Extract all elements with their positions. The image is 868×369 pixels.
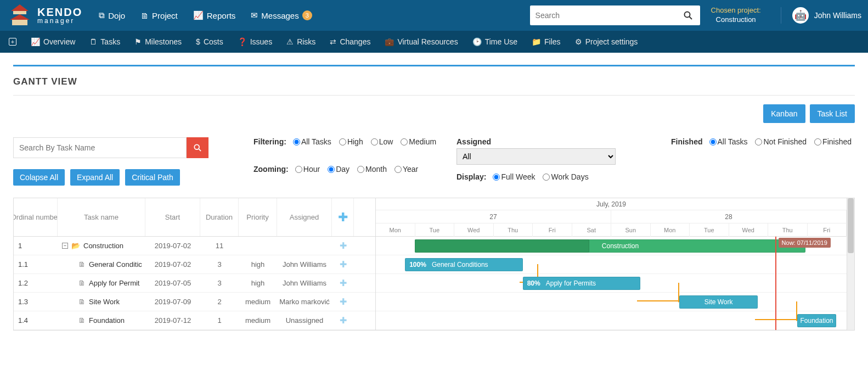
scroll-thumb[interactable] [848,198,854,253]
top-navbar: KENDO manager ⧉Dojo 🗎Project 📈Reports ✉M… [0,0,868,31]
svg-point-6 [194,144,199,149]
chart-icon: 📈 [193,10,204,20]
add-task-icon[interactable]: ✚ [332,274,354,292]
tasklist-button[interactable]: Task List [810,104,855,123]
svg-rect-1 [13,11,26,14]
display-full[interactable]: Full Week [493,172,535,181]
add-column-button[interactable]: ✚ [332,198,354,236]
table-row[interactable]: 1.3 🗎Site Work 2019-07-09 2 medium Marko… [14,293,375,311]
subnav-timeuse[interactable]: 🕑Time Use [472,37,517,46]
chosen-project[interactable]: Chosen project: Construction [711,6,761,25]
filter-all[interactable]: All Tasks [293,137,331,146]
task-search-button[interactable] [187,137,208,158]
table-row[interactable]: 1.1 🗎General Conditic 2019-07-02 3 high … [14,255,375,274]
gantt-bar[interactable]: 80%Apply for Permits [523,277,641,290]
subnav-costs[interactable]: $Costs [196,37,223,46]
add-task-icon[interactable]: ✚ [332,311,354,329]
subnav-changes[interactable]: ⇄Changes [330,37,370,46]
gantt-bar[interactable]: Site Work [679,295,757,309]
finished-all[interactable]: All Tasks [709,137,748,146]
assigned-filter: Assigned All [456,137,621,165]
table-row[interactable]: 1 − 📂 Construction 2019-07-02 11 ✚ [14,237,375,255]
brand-text: KENDO manager [37,7,82,24]
filter-high[interactable]: High [339,137,363,146]
col-ordinal: Ordinal number [14,198,58,236]
critical-path-button[interactable]: Critical Path [125,169,179,186]
assigned-select[interactable]: All [456,148,616,165]
expander-icon[interactable]: − [62,243,68,249]
exchange-icon: ⇄ [330,37,336,46]
gears-icon: ⚙ [575,37,582,46]
table-row[interactable]: 1.4 🗎Foundation 2019-07-12 1 medium Unas… [14,311,375,330]
flag-icon: ⚑ [134,37,142,46]
finished-not[interactable]: Not Finished [755,137,807,146]
nav-project[interactable]: 🗎Project [140,11,178,20]
user-menu[interactable]: 🤖 John Williams [781,7,861,24]
envelope-icon: ✉ [251,10,258,20]
finished-fin[interactable]: Finished [814,137,852,146]
gantt-bar[interactable]: Foundation [797,314,836,327]
folder-open-icon: 📂 [71,242,80,250]
week-label: 27 [376,210,611,223]
zoom-year[interactable]: Year [394,165,418,174]
task-search-input[interactable] [13,137,187,158]
zoom-day[interactable]: Day [328,165,350,174]
subnav-files[interactable]: 📁Files [532,37,561,46]
subnav-settings[interactable]: ⚙Project settings [575,37,638,46]
chart-line-icon: 📈 [31,37,40,46]
search-input[interactable] [530,11,684,20]
subnav-issues[interactable]: ❓Issues [238,37,272,46]
gantt-view: Ordinal number Task name Start Duration … [13,198,855,331]
svg-line-5 [689,17,692,20]
week-label: 28 [611,210,847,223]
nav-messages[interactable]: ✉Messages3 [251,10,312,20]
briefcase-icon: 💼 [385,37,394,46]
subnav-virtual[interactable]: 💼Virtual Resources [385,37,458,46]
vertical-scrollbar[interactable] [847,198,854,330]
zoom-hour[interactable]: Hour [295,165,320,174]
display-work[interactable]: Work Days [543,172,588,181]
filtering-group: Filtering: All Tasks High Low Medium [253,137,440,146]
col-priority: Priority [239,198,277,236]
kanban-button[interactable]: Kanban [763,104,805,123]
gantt-timeline[interactable]: July, 2019 27 28 Mon Tue Wed Thu Fri Sat… [376,198,847,330]
add-task-icon[interactable]: ✚ [332,237,354,255]
collapse-all-button[interactable]: Colapse All [13,169,65,186]
timeline-month: July, 2019 [376,198,847,210]
col-duration: Duration [200,198,239,236]
project-subnav: + 📈Overview 🗒Tasks ⚑Milestones $Costs ❓I… [0,31,868,53]
subnav-overview[interactable]: 📈Overview [31,37,75,46]
zooming-group: Zooming: Hour Day Month Year [253,165,440,174]
search-button[interactable] [684,11,700,20]
subnav-milestones[interactable]: ⚑Milestones [134,37,182,46]
nav-dojo[interactable]: ⧉Dojo [99,10,125,20]
subnav-add[interactable]: + [9,38,16,46]
svg-rect-3 [12,20,27,25]
expand-all-button[interactable]: Expand All [70,169,120,186]
table-row[interactable]: 1.2 🗎Apply for Permit 2019-07-05 3 high … [14,274,375,293]
filter-medium[interactable]: Medium [401,137,436,146]
zoom-month[interactable]: Month [357,165,387,174]
file-icon: 🗎 [140,11,149,20]
copy-icon: ⧉ [99,10,105,20]
gantt-table: Ordinal number Task name Start Duration … [14,198,376,330]
pagoda-icon [7,3,33,27]
add-task-icon[interactable]: ✚ [332,255,354,273]
col-name: Task name [58,198,145,236]
col-assigned: Assigned [277,198,332,236]
subnav-risks[interactable]: ⚠Risks [286,37,315,46]
file-icon: 🗎 [78,298,86,306]
brand-logo[interactable]: KENDO manager [7,3,82,27]
filter-low[interactable]: Low [371,137,393,146]
svg-point-4 [684,12,690,18]
folder-icon: 📁 [532,37,541,46]
nav-reports[interactable]: 📈Reports [193,10,236,20]
add-task-icon[interactable]: ✚ [332,293,354,311]
gantt-bar[interactable]: 100%General Conditions [405,258,523,271]
question-icon: ❓ [238,37,247,46]
svg-marker-0 [11,4,29,11]
file-icon: 🗎 [78,316,86,325]
avatar: 🤖 [792,7,809,24]
subnav-tasks[interactable]: 🗒Tasks [89,37,120,46]
plus-square-icon: + [9,38,16,46]
